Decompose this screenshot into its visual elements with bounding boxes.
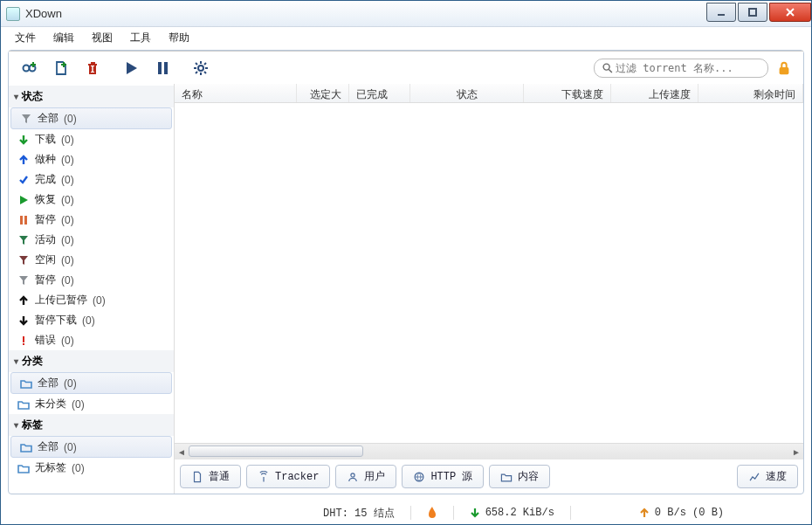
menu-help[interactable]: 帮助 (160, 28, 198, 48)
sidebar-item-count: (0) (61, 214, 74, 226)
col-eta[interactable]: 剩余时间 (698, 84, 803, 102)
title-bar: XDown (1, 1, 811, 27)
sidebar-group-header[interactable]: 分类 (9, 350, 174, 372)
inner-frame: 状态全部(0)下载(0)做种(0)完成(0)恢复(0)暂停(0)活动(0)空闲(… (8, 50, 804, 494)
sidebar-item[interactable]: 做种(0) (9, 149, 174, 169)
sidebar-item[interactable]: 恢复(0) (9, 190, 174, 210)
sidebar-item-label: 恢复 (35, 192, 56, 207)
sidebar-item-label: 下载 (35, 132, 56, 147)
folder-icon (500, 471, 513, 483)
sidebar-item-count: (0) (72, 398, 85, 411)
col-ul[interactable]: 上传速度 (611, 84, 698, 102)
arrow-up-icon (17, 295, 30, 306)
sidebar-item[interactable]: 无标签(0) (9, 458, 174, 478)
col-name[interactable]: 名称 (175, 84, 297, 102)
menu-view[interactable]: 视图 (83, 28, 121, 48)
document-icon (191, 471, 203, 483)
sidebar-item-label: 未分类 (35, 397, 66, 411)
add-file-button[interactable] (49, 56, 73, 80)
sidebar-item[interactable]: 暂停下载(0) (9, 310, 174, 330)
maximize-button[interactable] (738, 3, 767, 22)
filter-input[interactable] (614, 61, 760, 75)
scroll-right-icon[interactable]: ► (789, 444, 803, 459)
sidebar-item-count: (0) (93, 294, 106, 307)
app-window: XDown 文件 编辑 视图 工具 帮助 (0, 0, 812, 525)
sidebar-item[interactable]: 完成(0) (9, 169, 174, 190)
sidebar-item-count: (0) (64, 441, 77, 453)
tab-peers[interactable]: 用户 (335, 465, 396, 488)
app-icon (6, 7, 20, 21)
sidebar-item[interactable]: 下载(0) (9, 129, 174, 149)
sidebar-item-count: (0) (61, 174, 74, 186)
delete-button[interactable] (80, 56, 105, 80)
horizontal-scrollbar[interactable]: ◄ ► (175, 443, 803, 459)
sidebar-group-header[interactable]: 状态 (9, 86, 174, 107)
status-dl-text: 658.2 KiB/s (485, 507, 554, 519)
sidebar-item[interactable]: 全部(0) (10, 107, 172, 129)
scroll-thumb[interactable] (189, 446, 363, 457)
sidebar-item[interactable]: 空闲(0) (9, 250, 174, 270)
sidebar-group-header[interactable]: 标签 (9, 414, 174, 436)
col-done[interactable]: 已完成 (349, 84, 410, 102)
status-bar: DHT: 15 结点 658.2 KiB/s 0 B/s (0 B) (1, 501, 811, 524)
sidebar-item[interactable]: 暂停(0) (9, 210, 174, 230)
tab-content[interactable]: 内容 (489, 465, 550, 488)
menu-file[interactable]: 文件 (6, 28, 45, 48)
svg-line-16 (196, 72, 197, 73)
status-download-speed: 658.2 KiB/s (458, 507, 567, 519)
scroll-left-icon[interactable]: ◄ (175, 444, 189, 459)
sidebar-item[interactable]: 上传已暂停(0) (9, 290, 174, 310)
tab-speed-label: 速度 (766, 469, 787, 484)
close-button[interactable] (769, 3, 811, 22)
sidebar-item-label: 做种 (35, 152, 56, 167)
svg-point-4 (24, 65, 30, 71)
add-link-button[interactable] (17, 56, 42, 80)
svg-rect-23 (23, 343, 24, 345)
col-size[interactable]: 选定大小 (297, 84, 349, 102)
window-buttons (706, 3, 811, 22)
window-title: XDown (25, 7, 706, 20)
exclaim-icon (17, 335, 30, 346)
lock-button[interactable] (774, 58, 795, 79)
folder-icon (17, 463, 30, 473)
minimize-button[interactable] (706, 3, 736, 22)
svg-point-8 (198, 66, 203, 71)
tab-content-label: 内容 (518, 469, 539, 484)
svg-line-14 (204, 72, 206, 73)
tab-speed[interactable]: 速度 (737, 465, 798, 488)
sidebar-item-label: 暂停下载 (35, 313, 77, 328)
menu-tools[interactable]: 工具 (121, 28, 160, 48)
sidebar-item-label: 完成 (35, 172, 56, 187)
svg-line-18 (609, 69, 612, 73)
sidebar-item-label: 上传已暂停 (35, 293, 87, 307)
tab-tracker[interactable]: Tracker (246, 465, 330, 488)
start-button[interactable] (119, 56, 143, 80)
sidebar-item[interactable]: 错误(0) (9, 330, 174, 350)
tab-http-label: HTTP 源 (430, 469, 472, 484)
torrent-list[interactable] (175, 103, 803, 443)
funnel-icon (17, 275, 30, 286)
sidebar-item-label: 错误 (35, 333, 56, 348)
tab-general[interactable]: 普通 (180, 465, 241, 488)
sidebar-item[interactable]: 活动(0) (9, 230, 174, 250)
sidebar-item[interactable]: 未分类(0) (9, 394, 174, 414)
sidebar-item-label: 全部 (38, 439, 58, 454)
svg-point-17 (603, 64, 609, 70)
sidebar-item[interactable]: 全部(0) (10, 372, 172, 394)
sidebar-item-count: (0) (61, 134, 74, 146)
filter-search[interactable] (594, 59, 768, 78)
sidebar-item[interactable]: 全部(0) (10, 436, 172, 458)
settings-button[interactable] (189, 56, 213, 80)
menu-edit[interactable]: 编辑 (45, 28, 83, 48)
folder-icon (20, 378, 32, 389)
tab-http[interactable]: HTTP 源 (402, 465, 484, 488)
col-dl[interactable]: 下载速度 (524, 84, 611, 102)
sidebar-item-label: 暂停 (35, 273, 56, 287)
tab-general-label: 普通 (209, 469, 230, 484)
col-status[interactable]: 状态 (410, 84, 524, 102)
pause-button[interactable] (150, 56, 175, 80)
status-dht-text: DHT: 15 结点 (323, 506, 395, 521)
arrow-up-icon (639, 508, 650, 518)
sidebar-item[interactable]: 暂停(0) (9, 270, 174, 290)
svg-point-24 (351, 473, 354, 476)
